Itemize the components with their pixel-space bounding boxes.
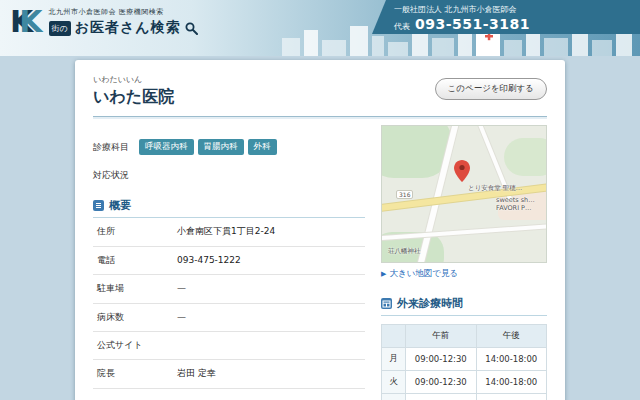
title-block: いわたいいん いわた医院 このページを印刷する bbox=[93, 74, 547, 117]
calendar-icon bbox=[381, 298, 392, 309]
table-row: 駐車場— bbox=[93, 275, 365, 304]
triangle-icon: ▶ bbox=[381, 270, 386, 278]
departments-label: 診療科目 bbox=[93, 141, 129, 154]
department-badge: 胃腸内科 bbox=[198, 139, 244, 155]
table-row: 公式サイト bbox=[93, 332, 365, 360]
site-title: お医者さん検索 bbox=[75, 19, 181, 37]
map-poi-label: sweets sh… FAVORI P… bbox=[496, 196, 544, 213]
map-green-area bbox=[504, 138, 547, 176]
logo-k-mark: KK bbox=[10, 7, 43, 37]
hours-heading-text: 外来診療時間 bbox=[397, 296, 463, 311]
table-row: 病床数— bbox=[93, 303, 365, 332]
overview-heading-text: 概要 bbox=[109, 198, 131, 213]
overview-table: 住所小倉南区下貫1丁目2-24 電話093-475-1222 駐車場— 病床数—… bbox=[93, 218, 365, 389]
hours-heading: 外来診療時間 bbox=[381, 296, 547, 316]
table-row: 電話093-475-1222 bbox=[93, 246, 365, 275]
org-info-band: 一般社団法人 北九州市小倉医師会 代表 093-551-3181 bbox=[372, 0, 640, 34]
hours-col-am: 午前 bbox=[406, 325, 477, 348]
map-poi-label: 荘八幡神社 bbox=[388, 247, 421, 255]
hours-col-pm: 午後 bbox=[476, 325, 547, 348]
clinic-info-column: 診療科目 呼吸器内科 胃腸内科 外科 対応状況 概要 bbox=[93, 125, 365, 400]
status-row: 対応状況 bbox=[93, 169, 365, 182]
map-hours-column: 316 とり安食堂 聖穂… sweets sh… FAVORI P… 荘八幡神社… bbox=[381, 125, 547, 400]
departments-row: 診療科目 呼吸器内科 胃腸内科 外科 bbox=[93, 139, 365, 155]
org-name: 一般社団法人 北九州市小倉医師会 bbox=[394, 4, 628, 15]
overview-heading: 概要 bbox=[93, 198, 365, 218]
map-poi-label: とり安食堂 聖穂… bbox=[468, 184, 522, 192]
location-map[interactable]: 316 とり安食堂 聖穂… sweets sh… FAVORI P… 荘八幡神社 bbox=[381, 125, 547, 263]
hours-row: 火 09:00-12:30 14:00-18:00 bbox=[382, 371, 547, 394]
department-badge: 外科 bbox=[248, 139, 277, 155]
search-icon bbox=[185, 22, 198, 35]
document-icon bbox=[93, 200, 104, 211]
machi-badge: 街の bbox=[49, 21, 71, 36]
route-number-badge: 316 bbox=[396, 190, 413, 199]
hours-row: 水 09:00-12:30 14:00-18:00 bbox=[382, 394, 547, 400]
print-page-button[interactable]: このページを印刷する bbox=[435, 78, 547, 100]
status-label: 対応状況 bbox=[93, 169, 129, 182]
hours-table: 午前 午後 月 09:00-12:30 14:00-18:00 火 09:00-… bbox=[381, 324, 547, 400]
hours-corner-cell bbox=[382, 325, 406, 348]
org-phone-label: 代表 bbox=[394, 21, 410, 32]
table-row: 院長岩田 定幸 bbox=[93, 360, 365, 389]
larger-map-link[interactable]: ▶ 大きい地図で見る bbox=[381, 268, 547, 280]
org-phone-number: 093-551-3181 bbox=[415, 16, 530, 32]
clinic-detail-card: いわたいいん いわた医院 このページを印刷する 診療科目 呼吸器内科 胃腸内科 … bbox=[75, 60, 565, 400]
table-row: 住所小倉南区下貫1丁目2-24 bbox=[93, 218, 365, 246]
site-header: KK 北九州市小倉医師会 医療機関検索 街の お医者さん検索 一般社団法人 北九… bbox=[0, 0, 640, 56]
site-subtitle: 北九州市小倉医師会 医療機関検索 bbox=[49, 7, 198, 17]
department-badge: 呼吸器内科 bbox=[139, 139, 194, 155]
hours-row: 月 09:00-12:30 14:00-18:00 bbox=[382, 348, 547, 371]
site-logo[interactable]: KK 北九州市小倉医師会 医療機関検索 街の お医者さん検索 bbox=[10, 7, 198, 37]
map-pin-icon[interactable] bbox=[454, 160, 470, 182]
